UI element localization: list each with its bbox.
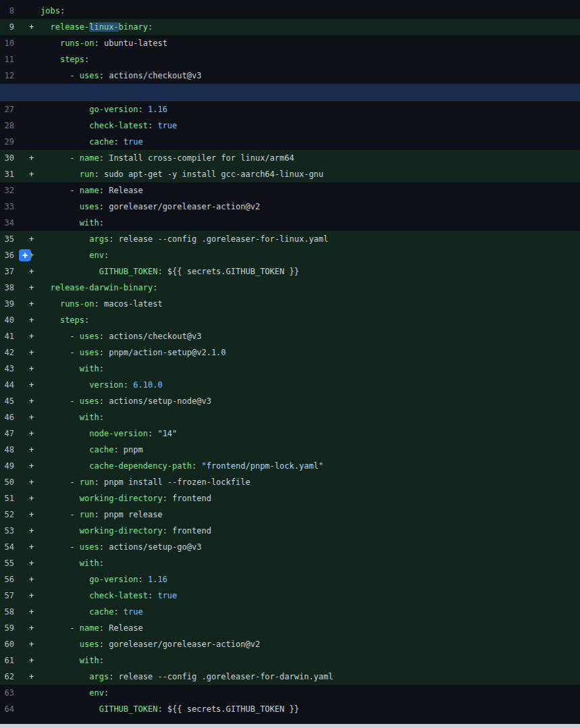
code-token: : — [163, 494, 167, 503]
code-content: cache-dependency-path: "frontend/pnpm-lo… — [41, 458, 580, 474]
expand-hidden-lines-row[interactable] — [0, 84, 580, 101]
line-number[interactable]: 48 — [0, 442, 19, 458]
line-number[interactable]: 28 — [0, 118, 19, 134]
line-number[interactable]: 30 — [0, 150, 19, 166]
line-number[interactable]: 11 — [0, 51, 19, 68]
code-content: uses: goreleaser/goreleaser-action@v2 — [41, 199, 580, 215]
line-number[interactable]: 42 — [0, 344, 19, 361]
line-number[interactable]: 38 — [0, 280, 19, 296]
code-token: frontend — [167, 494, 211, 503]
line-number[interactable]: 52 — [0, 506, 19, 523]
code-token: macos-latest — [99, 299, 163, 309]
line-number[interactable]: 43 — [0, 361, 19, 377]
line-number[interactable]: 32 — [0, 182, 19, 199]
diff-line-39: 39+ runs-on: macos-latest — [0, 296, 580, 312]
code-token — [41, 688, 89, 698]
line-number[interactable]: 63 — [0, 685, 19, 701]
code-content: - run: pnpm release — [41, 506, 580, 523]
code-token: run — [80, 170, 95, 179]
diff-marker: + — [19, 393, 41, 409]
line-number[interactable]: 12 — [0, 68, 19, 84]
line-number[interactable]: 46 — [0, 409, 19, 425]
code-content: GITHUB_TOKEN: ${{ secrets.GITHUB_TOKEN }… — [41, 263, 580, 280]
code-token: : — [99, 413, 104, 422]
code-token: : — [99, 332, 104, 341]
line-number[interactable]: 59 — [0, 620, 19, 636]
line-number[interactable]: 54 — [0, 539, 19, 555]
code-content: with: — [41, 215, 580, 231]
code-content: check-latest: true — [41, 588, 580, 604]
line-number[interactable]: 9 — [0, 19, 19, 35]
line-number[interactable]: 55 — [0, 555, 19, 571]
add-comment-button[interactable]: + — [19, 249, 31, 261]
line-number[interactable]: 10 — [0, 35, 19, 51]
code-token — [41, 315, 60, 325]
line-number[interactable]: 50 — [0, 474, 19, 490]
line-number[interactable]: 35 — [0, 231, 19, 247]
line-number[interactable]: 49 — [0, 458, 19, 474]
code-token — [41, 202, 80, 211]
line-number[interactable]: 62 — [0, 669, 19, 685]
code-token: cache — [89, 137, 113, 147]
code-token: with — [80, 364, 99, 373]
code-token: check-latest — [89, 121, 148, 130]
diff-line-10: 10 runs-on: ubuntu-latest — [0, 35, 580, 51]
code-token — [41, 251, 89, 260]
code-token — [41, 267, 99, 276]
code-token: : — [99, 396, 104, 406]
line-number[interactable]: 57 — [0, 588, 19, 604]
diff-marker: + — [19, 620, 41, 636]
line-number[interactable]: 8 — [0, 3, 19, 19]
code-token: actions/checkout@v3 — [104, 71, 202, 80]
code-token — [41, 558, 80, 568]
line-number[interactable]: 39 — [0, 296, 19, 312]
diff-marker: + — [19, 474, 41, 490]
line-number[interactable]: 61 — [0, 652, 19, 669]
line-number[interactable]: 27 — [0, 101, 19, 118]
diff-marker: + — [19, 506, 41, 523]
line-number[interactable]: 56 — [0, 571, 19, 588]
code-content: go-version: 1.16 — [41, 101, 580, 118]
diff-line-57: 57+ check-latest: true — [0, 588, 580, 604]
line-number[interactable]: 44 — [0, 377, 19, 393]
diff-line-30: 30+ - name: Install cross-compiler for l… — [0, 150, 580, 166]
line-number[interactable]: 64 — [0, 701, 19, 717]
code-content: runs-on: macos-latest — [41, 296, 580, 312]
diff-line-54: 54+ - uses: actions/setup-go@v3 — [0, 539, 580, 555]
line-number[interactable]: 37 — [0, 263, 19, 280]
line-number[interactable]: 36 — [0, 247, 19, 263]
line-number[interactable]: 51 — [0, 490, 19, 506]
code-token: frontend — [167, 526, 211, 536]
line-number[interactable]: 58 — [0, 604, 19, 620]
diff-marker — [19, 199, 41, 215]
diff-line-28: 28 check-latest: true — [0, 118, 580, 134]
diff-line-41: 41+ - uses: actions/checkout@v3 — [0, 328, 580, 344]
diff-line-36: 36+ env:+ — [0, 247, 580, 263]
line-number[interactable]: 31 — [0, 166, 19, 182]
diff-marker: + — [19, 604, 41, 620]
code-content: - uses: actions/setup-go@v3 — [41, 539, 580, 555]
line-number[interactable]: 53 — [0, 523, 19, 539]
diff-marker — [19, 134, 41, 150]
code-token — [143, 105, 148, 114]
code-token: : — [113, 137, 118, 147]
diff-line-51: 51+ working-directory: frontend — [0, 490, 580, 506]
line-number[interactable]: 29 — [0, 134, 19, 150]
diff-marker: + — [19, 458, 41, 474]
code-content: with: — [41, 409, 580, 425]
code-token: Release — [104, 623, 143, 633]
line-number[interactable]: 33 — [0, 199, 19, 215]
code-token: : — [84, 315, 89, 325]
code-token — [41, 121, 89, 130]
line-number[interactable]: 47 — [0, 425, 19, 442]
code-token — [41, 591, 89, 600]
code-token — [41, 170, 80, 179]
code-token: : — [113, 607, 118, 617]
line-number[interactable]: 40 — [0, 312, 19, 328]
line-number[interactable]: 41 — [0, 328, 19, 344]
line-number[interactable]: 60 — [0, 636, 19, 652]
line-number[interactable]: 34 — [0, 215, 19, 231]
code-content: steps: — [41, 312, 580, 328]
code-content: - uses: actions/checkout@v3 — [41, 328, 580, 344]
line-number[interactable]: 45 — [0, 393, 19, 409]
